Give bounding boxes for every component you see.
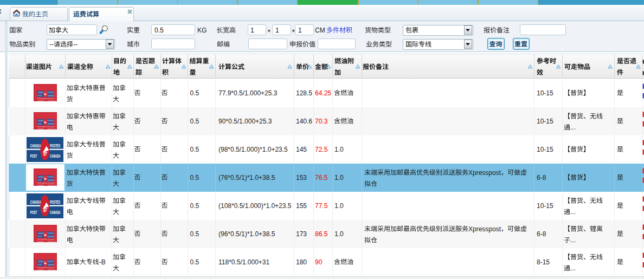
- svg-text:POST: POST: [37, 263, 42, 265]
- svg-text:CANADA: CANADA: [50, 153, 61, 158]
- svg-text:De partout...: De partout...: [48, 182, 56, 184]
- svg-text:POSTES: POSTES: [47, 92, 54, 94]
- svg-text:1.0: 1.0: [334, 202, 344, 210]
- svg-text:jusqu'à vous: jusqu'à vous: [47, 240, 56, 242]
- svg-text:90: 90: [315, 258, 323, 266]
- svg-text:POST: POST: [37, 94, 42, 96]
- svg-text:CANADA: CANADA: [47, 235, 54, 237]
- svg-text:155: 155: [296, 202, 307, 210]
- svg-text:From anywhere...: From anywhere...: [37, 238, 48, 241]
- svg-text:(98*0.5/1.000)*1.0+23.5: (98*0.5/1.000)*1.0+23.5: [218, 146, 288, 153]
- svg-text:POSTES: POSTES: [50, 143, 60, 148]
- svg-text:CANADA: CANADA: [47, 94, 54, 96]
- svg-text:77.5: 77.5: [315, 202, 328, 210]
- svg-text:0.5: 0.5: [190, 146, 199, 153]
- svg-text:jusqu'à vous: jusqu'à vous: [47, 99, 56, 101]
- svg-text:to anyone: to anyone: [37, 99, 44, 101]
- svg-text:From anywhere...: From anywhere...: [37, 126, 48, 128]
- svg-text:De partout...: De partout...: [48, 238, 56, 241]
- svg-text:to anyone: to anyone: [37, 127, 44, 129]
- svg-text:De partout...: De partout...: [48, 98, 56, 100]
- svg-text:POST: POST: [37, 179, 42, 181]
- svg-text:1.0: 1.0: [334, 146, 344, 153]
- svg-text:128.5: 128.5: [296, 89, 312, 97]
- svg-text:CANADA: CANADA: [47, 179, 54, 181]
- svg-text:0.5: 0.5: [190, 202, 199, 210]
- svg-text:De partout...: De partout...: [48, 126, 56, 128]
- svg-text:POSTES: POSTES: [47, 120, 54, 122]
- svg-text:POST: POST: [30, 153, 37, 158]
- svg-text:POSTES: POSTES: [50, 199, 60, 205]
- svg-text:64.25: 64.25: [315, 89, 331, 97]
- svg-text:CANADA: CANADA: [47, 122, 54, 125]
- svg-text:From anywhere...: From anywhere...: [37, 182, 48, 184]
- svg-text:POSTES: POSTES: [47, 232, 54, 235]
- svg-text:From anywhere...: From anywhere...: [37, 267, 48, 269]
- svg-text:145: 145: [296, 146, 307, 153]
- svg-text:jusqu'à vous: jusqu'à vous: [47, 268, 56, 270]
- svg-text:to anyone: to anyone: [37, 184, 44, 186]
- svg-text:CANADA: CANADA: [47, 263, 54, 265]
- svg-text:jusqu'à vous: jusqu'à vous: [47, 127, 56, 129]
- svg-text:72.5: 72.5: [315, 146, 328, 153]
- svg-text:77.9*0.5/1.000+25.3: 77.9*0.5/1.000+25.3: [218, 89, 278, 97]
- svg-text:CANADA: CANADA: [50, 209, 61, 215]
- svg-text:CANADA: CANADA: [30, 199, 41, 205]
- svg-text:(108*0.5/1.000)*1.0+23.5: (108*0.5/1.000)*1.0+23.5: [218, 202, 292, 210]
- svg-text:10-15: 10-15: [537, 146, 553, 153]
- svg-text:to anyone: to anyone: [37, 268, 44, 270]
- svg-text:0.5: 0.5: [190, 258, 199, 266]
- svg-text:10-15: 10-15: [537, 202, 553, 210]
- svg-text:POST: POST: [37, 235, 42, 237]
- svg-text:8-15: 8-15: [537, 258, 550, 266]
- svg-text:POST: POST: [30, 209, 37, 215]
- svg-text:...: ...: [570, 208, 576, 216]
- svg-text:POSTES: POSTES: [47, 176, 54, 178]
- svg-text:10-15: 10-15: [537, 89, 553, 97]
- svg-text:jusqu'à vous: jusqu'à vous: [47, 184, 56, 186]
- svg-text:...: ...: [570, 264, 576, 272]
- svg-text:From anywhere...: From anywhere...: [37, 98, 48, 100]
- svg-text:0.5: 0.5: [190, 89, 199, 97]
- svg-text:De partout...: De partout...: [48, 267, 56, 269]
- svg-text:POST: POST: [37, 122, 42, 125]
- svg-text:180: 180: [296, 258, 307, 266]
- svg-text:to anyone: to anyone: [37, 240, 44, 242]
- svg-text:118*0.5/1.000+31: 118*0.5/1.000+31: [218, 258, 270, 266]
- svg-text:POSTES: POSTES: [47, 261, 54, 263]
- svg-text:-B: -B: [99, 258, 106, 266]
- svg-text:CANADA: CANADA: [30, 143, 41, 148]
